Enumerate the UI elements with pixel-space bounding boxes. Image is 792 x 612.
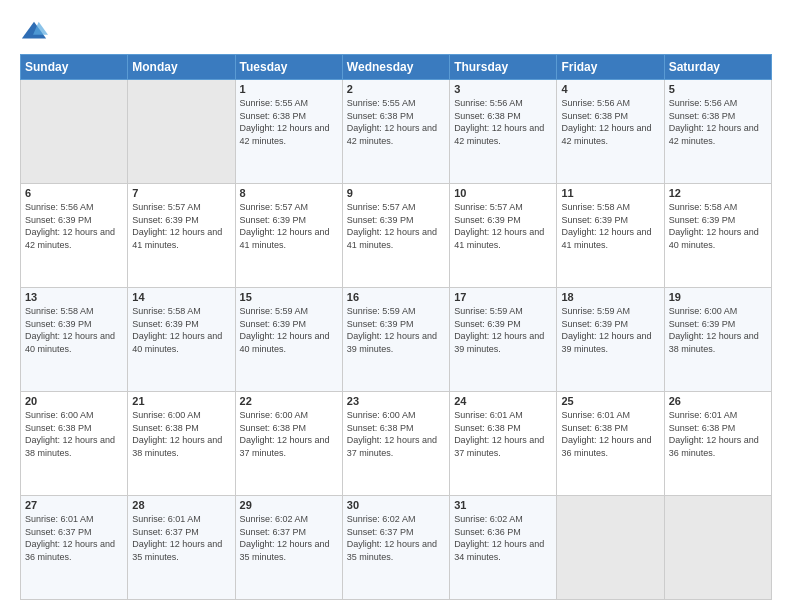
day-info: Sunrise: 5:57 AMSunset: 6:39 PMDaylight:… xyxy=(132,201,230,251)
calendar-cell: 13Sunrise: 5:58 AMSunset: 6:39 PMDayligh… xyxy=(21,288,128,392)
day-number: 4 xyxy=(561,83,659,95)
weekday-header-monday: Monday xyxy=(128,55,235,80)
day-number: 27 xyxy=(25,499,123,511)
calendar-cell: 27Sunrise: 6:01 AMSunset: 6:37 PMDayligh… xyxy=(21,496,128,600)
calendar-body: 1Sunrise: 5:55 AMSunset: 6:38 PMDaylight… xyxy=(21,80,772,600)
calendar-cell: 19Sunrise: 6:00 AMSunset: 6:39 PMDayligh… xyxy=(664,288,771,392)
day-number: 11 xyxy=(561,187,659,199)
weekday-header-saturday: Saturday xyxy=(664,55,771,80)
day-number: 12 xyxy=(669,187,767,199)
day-number: 28 xyxy=(132,499,230,511)
calendar-cell: 28Sunrise: 6:01 AMSunset: 6:37 PMDayligh… xyxy=(128,496,235,600)
week-row-0: 1Sunrise: 5:55 AMSunset: 6:38 PMDaylight… xyxy=(21,80,772,184)
day-number: 10 xyxy=(454,187,552,199)
calendar-cell xyxy=(557,496,664,600)
calendar-cell: 23Sunrise: 6:00 AMSunset: 6:38 PMDayligh… xyxy=(342,392,449,496)
week-row-2: 13Sunrise: 5:58 AMSunset: 6:39 PMDayligh… xyxy=(21,288,772,392)
weekday-header-thursday: Thursday xyxy=(450,55,557,80)
day-info: Sunrise: 6:00 AMSunset: 6:38 PMDaylight:… xyxy=(25,409,123,459)
calendar-cell: 12Sunrise: 5:58 AMSunset: 6:39 PMDayligh… xyxy=(664,184,771,288)
day-info: Sunrise: 5:56 AMSunset: 6:38 PMDaylight:… xyxy=(454,97,552,147)
calendar-table: SundayMondayTuesdayWednesdayThursdayFrid… xyxy=(20,54,772,600)
day-info: Sunrise: 6:02 AMSunset: 6:36 PMDaylight:… xyxy=(454,513,552,563)
day-info: Sunrise: 6:00 AMSunset: 6:38 PMDaylight:… xyxy=(347,409,445,459)
logo xyxy=(20,18,52,46)
calendar-cell: 24Sunrise: 6:01 AMSunset: 6:38 PMDayligh… xyxy=(450,392,557,496)
calendar-cell: 30Sunrise: 6:02 AMSunset: 6:37 PMDayligh… xyxy=(342,496,449,600)
day-info: Sunrise: 5:59 AMSunset: 6:39 PMDaylight:… xyxy=(454,305,552,355)
header xyxy=(20,18,772,46)
day-info: Sunrise: 5:56 AMSunset: 6:39 PMDaylight:… xyxy=(25,201,123,251)
calendar-header: SundayMondayTuesdayWednesdayThursdayFrid… xyxy=(21,55,772,80)
week-row-1: 6Sunrise: 5:56 AMSunset: 6:39 PMDaylight… xyxy=(21,184,772,288)
weekday-row: SundayMondayTuesdayWednesdayThursdayFrid… xyxy=(21,55,772,80)
day-number: 29 xyxy=(240,499,338,511)
day-number: 24 xyxy=(454,395,552,407)
day-number: 23 xyxy=(347,395,445,407)
day-number: 21 xyxy=(132,395,230,407)
day-info: Sunrise: 5:59 AMSunset: 6:39 PMDaylight:… xyxy=(240,305,338,355)
day-number: 19 xyxy=(669,291,767,303)
day-info: Sunrise: 5:56 AMSunset: 6:38 PMDaylight:… xyxy=(561,97,659,147)
calendar-cell: 9Sunrise: 5:57 AMSunset: 6:39 PMDaylight… xyxy=(342,184,449,288)
day-number: 22 xyxy=(240,395,338,407)
calendar-cell: 17Sunrise: 5:59 AMSunset: 6:39 PMDayligh… xyxy=(450,288,557,392)
day-info: Sunrise: 5:58 AMSunset: 6:39 PMDaylight:… xyxy=(669,201,767,251)
day-info: Sunrise: 5:55 AMSunset: 6:38 PMDaylight:… xyxy=(347,97,445,147)
day-info: Sunrise: 5:57 AMSunset: 6:39 PMDaylight:… xyxy=(347,201,445,251)
day-info: Sunrise: 6:01 AMSunset: 6:38 PMDaylight:… xyxy=(669,409,767,459)
day-info: Sunrise: 6:01 AMSunset: 6:37 PMDaylight:… xyxy=(25,513,123,563)
calendar-cell: 7Sunrise: 5:57 AMSunset: 6:39 PMDaylight… xyxy=(128,184,235,288)
weekday-header-wednesday: Wednesday xyxy=(342,55,449,80)
day-info: Sunrise: 5:55 AMSunset: 6:38 PMDaylight:… xyxy=(240,97,338,147)
calendar-cell: 5Sunrise: 5:56 AMSunset: 6:38 PMDaylight… xyxy=(664,80,771,184)
calendar-cell: 4Sunrise: 5:56 AMSunset: 6:38 PMDaylight… xyxy=(557,80,664,184)
calendar-cell: 22Sunrise: 6:00 AMSunset: 6:38 PMDayligh… xyxy=(235,392,342,496)
calendar-cell: 2Sunrise: 5:55 AMSunset: 6:38 PMDaylight… xyxy=(342,80,449,184)
calendar-cell: 6Sunrise: 5:56 AMSunset: 6:39 PMDaylight… xyxy=(21,184,128,288)
day-number: 5 xyxy=(669,83,767,95)
day-info: Sunrise: 5:56 AMSunset: 6:38 PMDaylight:… xyxy=(669,97,767,147)
calendar-cell: 3Sunrise: 5:56 AMSunset: 6:38 PMDaylight… xyxy=(450,80,557,184)
day-info: Sunrise: 6:02 AMSunset: 6:37 PMDaylight:… xyxy=(240,513,338,563)
weekday-header-tuesday: Tuesday xyxy=(235,55,342,80)
day-number: 17 xyxy=(454,291,552,303)
calendar-cell: 15Sunrise: 5:59 AMSunset: 6:39 PMDayligh… xyxy=(235,288,342,392)
calendar-cell: 31Sunrise: 6:02 AMSunset: 6:36 PMDayligh… xyxy=(450,496,557,600)
week-row-3: 20Sunrise: 6:00 AMSunset: 6:38 PMDayligh… xyxy=(21,392,772,496)
day-info: Sunrise: 5:58 AMSunset: 6:39 PMDaylight:… xyxy=(561,201,659,251)
day-number: 25 xyxy=(561,395,659,407)
calendar-cell: 11Sunrise: 5:58 AMSunset: 6:39 PMDayligh… xyxy=(557,184,664,288)
day-info: Sunrise: 6:01 AMSunset: 6:38 PMDaylight:… xyxy=(454,409,552,459)
calendar-cell xyxy=(664,496,771,600)
day-number: 18 xyxy=(561,291,659,303)
day-number: 31 xyxy=(454,499,552,511)
calendar-cell: 16Sunrise: 5:59 AMSunset: 6:39 PMDayligh… xyxy=(342,288,449,392)
day-info: Sunrise: 6:01 AMSunset: 6:38 PMDaylight:… xyxy=(561,409,659,459)
calendar-cell xyxy=(21,80,128,184)
day-info: Sunrise: 5:58 AMSunset: 6:39 PMDaylight:… xyxy=(25,305,123,355)
day-info: Sunrise: 5:57 AMSunset: 6:39 PMDaylight:… xyxy=(454,201,552,251)
calendar-cell xyxy=(128,80,235,184)
calendar-cell: 8Sunrise: 5:57 AMSunset: 6:39 PMDaylight… xyxy=(235,184,342,288)
calendar-cell: 25Sunrise: 6:01 AMSunset: 6:38 PMDayligh… xyxy=(557,392,664,496)
weekday-header-sunday: Sunday xyxy=(21,55,128,80)
calendar-cell: 20Sunrise: 6:00 AMSunset: 6:38 PMDayligh… xyxy=(21,392,128,496)
day-number: 3 xyxy=(454,83,552,95)
week-row-4: 27Sunrise: 6:01 AMSunset: 6:37 PMDayligh… xyxy=(21,496,772,600)
calendar-cell: 18Sunrise: 5:59 AMSunset: 6:39 PMDayligh… xyxy=(557,288,664,392)
day-number: 15 xyxy=(240,291,338,303)
day-info: Sunrise: 5:59 AMSunset: 6:39 PMDaylight:… xyxy=(347,305,445,355)
day-info: Sunrise: 5:59 AMSunset: 6:39 PMDaylight:… xyxy=(561,305,659,355)
calendar-cell: 29Sunrise: 6:02 AMSunset: 6:37 PMDayligh… xyxy=(235,496,342,600)
day-info: Sunrise: 6:02 AMSunset: 6:37 PMDaylight:… xyxy=(347,513,445,563)
calendar-cell: 26Sunrise: 6:01 AMSunset: 6:38 PMDayligh… xyxy=(664,392,771,496)
day-number: 13 xyxy=(25,291,123,303)
day-number: 6 xyxy=(25,187,123,199)
day-info: Sunrise: 6:00 AMSunset: 6:39 PMDaylight:… xyxy=(669,305,767,355)
day-info: Sunrise: 6:00 AMSunset: 6:38 PMDaylight:… xyxy=(132,409,230,459)
day-info: Sunrise: 6:00 AMSunset: 6:38 PMDaylight:… xyxy=(240,409,338,459)
day-number: 1 xyxy=(240,83,338,95)
day-number: 7 xyxy=(132,187,230,199)
calendar-cell: 10Sunrise: 5:57 AMSunset: 6:39 PMDayligh… xyxy=(450,184,557,288)
